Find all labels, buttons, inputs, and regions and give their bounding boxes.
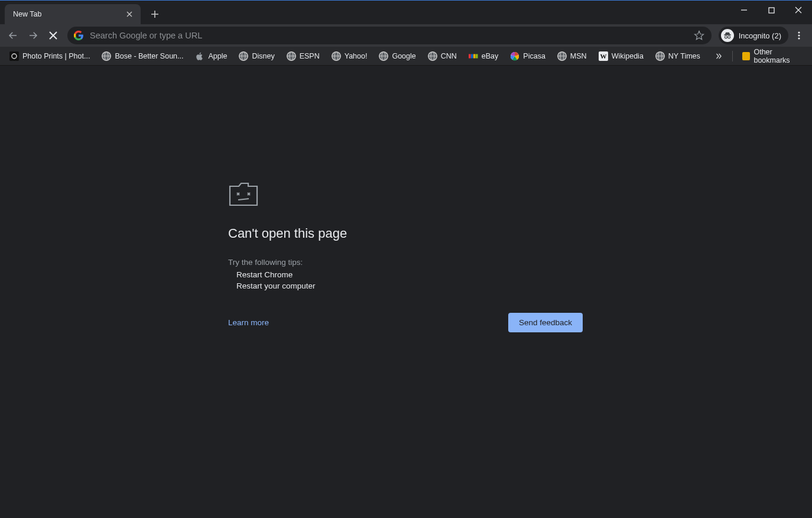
bookmark-favicon xyxy=(428,51,437,61)
bookmark-item[interactable]: Photo Prints | Phot... xyxy=(5,49,95,63)
bookmark-favicon xyxy=(379,51,388,61)
svg-text:W: W xyxy=(600,53,606,60)
svg-rect-11 xyxy=(473,54,476,58)
send-feedback-button[interactable]: Send feedback xyxy=(508,313,583,332)
bookmark-item[interactable]: Apple xyxy=(190,49,232,63)
bookmark-favicon xyxy=(195,51,204,61)
bookmark-label: Picasa xyxy=(523,52,545,60)
bookmark-favicon xyxy=(469,51,478,61)
kebab-icon xyxy=(794,31,804,40)
bookmark-label: CNN xyxy=(441,52,457,60)
bookmark-item[interactable]: ESPN xyxy=(282,49,324,63)
svg-point-2 xyxy=(725,36,727,38)
bookmark-label: NY Times xyxy=(668,52,700,60)
learn-more-link[interactable]: Learn more xyxy=(228,318,269,327)
bookmark-label: Bose - Better Soun... xyxy=(115,52,183,60)
plus-icon xyxy=(151,10,159,18)
bookmark-label: MSN xyxy=(570,52,587,60)
svg-rect-9 xyxy=(469,54,471,58)
close-icon xyxy=(49,31,57,40)
error-tip-item: Restart your computer xyxy=(236,280,583,292)
svg-point-5 xyxy=(798,34,800,36)
arrow-right-icon xyxy=(28,30,38,41)
new-tab-button[interactable] xyxy=(147,6,163,22)
minimize-icon xyxy=(740,7,748,14)
browser-tab[interactable]: New Tab xyxy=(5,4,141,24)
bookmark-label: Google xyxy=(392,52,415,60)
bookmark-item[interactable]: Disney xyxy=(234,49,279,63)
star-icon xyxy=(694,30,704,41)
bookmark-favicon: W xyxy=(599,51,608,61)
error-actions: Learn more Send feedback xyxy=(228,313,583,332)
forward-button[interactable] xyxy=(24,26,43,45)
bookmark-favicon xyxy=(557,51,567,61)
omnibox-input[interactable] xyxy=(90,31,686,40)
toolbar: Incognito (2) xyxy=(0,24,812,47)
svg-rect-0 xyxy=(769,8,774,13)
error-tips-list: Restart ChromeRestart your computer xyxy=(228,269,583,292)
error-subheading: Try the following tips: xyxy=(228,258,583,267)
chevrons-right-icon xyxy=(714,52,723,60)
bookmark-label: Disney xyxy=(252,52,274,60)
bookmark-favicon xyxy=(655,51,665,61)
incognito-label: Incognito (2) xyxy=(739,31,781,40)
bookmark-favicon xyxy=(9,51,19,61)
sad-folder-icon xyxy=(228,181,583,207)
bookmark-item[interactable]: WWikipedia xyxy=(594,49,648,63)
bookmark-item[interactable]: NY Times xyxy=(651,49,705,63)
svg-rect-1 xyxy=(724,34,731,35)
google-icon xyxy=(73,30,84,41)
tab-title: New Tab xyxy=(13,10,41,18)
bookmark-item[interactable]: eBay xyxy=(464,49,504,63)
error-wrap: Can't open this page Try the following t… xyxy=(228,181,583,332)
error-tip-item: Restart Chrome xyxy=(236,269,583,280)
maximize-button[interactable] xyxy=(758,1,785,20)
svg-point-6 xyxy=(798,37,800,39)
omnibox[interactable] xyxy=(67,27,712,44)
svg-rect-7 xyxy=(9,51,19,61)
bookmark-item[interactable]: Picasa xyxy=(505,49,550,63)
incognito-badge[interactable]: Incognito (2) xyxy=(719,27,788,44)
back-button[interactable] xyxy=(4,26,22,45)
error-heading: Can't open this page xyxy=(228,226,583,241)
bookmarks-overflow-button[interactable] xyxy=(710,50,727,63)
bookmark-star-button[interactable] xyxy=(691,28,707,43)
bookmark-label: Apple xyxy=(208,52,227,60)
close-icon xyxy=(126,11,132,17)
bookmark-label: eBay xyxy=(482,52,499,60)
minimize-button[interactable] xyxy=(730,1,758,20)
other-bookmarks-label: Other bookmarks xyxy=(753,48,803,64)
bookmarks-bar: Photo Prints | Phot...Bose - Better Soun… xyxy=(0,47,812,66)
bookmark-item[interactable]: Google xyxy=(374,49,420,63)
bookmark-item[interactable]: MSN xyxy=(553,49,592,63)
bookmark-label: ESPN xyxy=(300,52,320,60)
bookmark-favicon xyxy=(332,51,341,61)
svg-rect-12 xyxy=(476,54,478,58)
bookmark-label: Photo Prints | Phot... xyxy=(22,52,90,60)
svg-point-4 xyxy=(798,31,800,33)
bookmark-item[interactable]: CNN xyxy=(423,49,462,63)
bookmark-label: Yahoo! xyxy=(345,52,368,60)
window-controls xyxy=(730,1,812,20)
bookmark-item[interactable]: Yahoo! xyxy=(327,49,372,63)
bookmark-favicon xyxy=(287,51,296,61)
bookmark-favicon xyxy=(102,51,111,61)
other-bookmarks-button[interactable]: Other bookmarks xyxy=(738,46,807,67)
bookmark-favicon xyxy=(239,51,248,61)
incognito-icon xyxy=(721,29,734,42)
svg-rect-10 xyxy=(471,54,473,58)
stop-button[interactable] xyxy=(44,26,63,45)
bookmark-label: Wikipedia xyxy=(612,52,644,60)
close-icon xyxy=(795,7,802,14)
page-content: Can't open this page Try the following t… xyxy=(0,66,812,518)
titlebar: New Tab xyxy=(0,1,812,24)
close-window-button[interactable] xyxy=(785,1,812,20)
arrow-left-icon xyxy=(8,30,18,41)
bookmark-favicon xyxy=(510,51,519,61)
maximize-icon xyxy=(768,7,775,14)
bookmark-item[interactable]: Bose - Better Soun... xyxy=(97,49,188,63)
separator xyxy=(732,51,733,61)
customize-menu-button[interactable] xyxy=(790,26,808,45)
folder-icon xyxy=(742,52,751,60)
close-tab-button[interactable] xyxy=(124,9,135,20)
